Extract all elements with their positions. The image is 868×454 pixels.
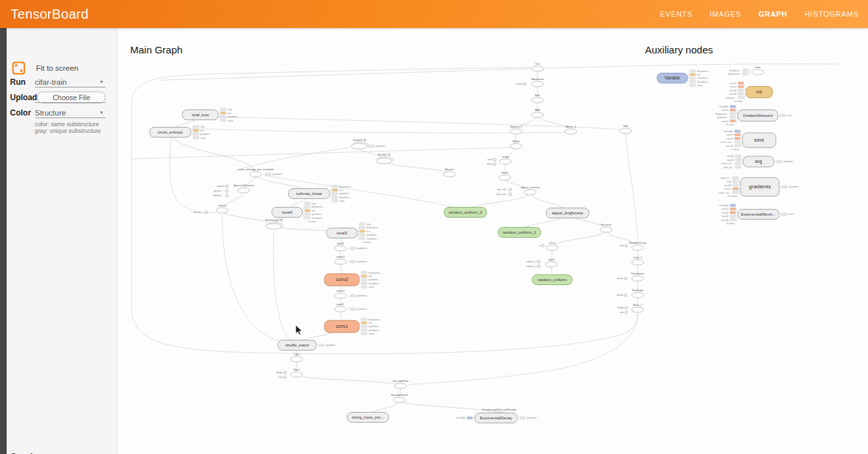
svg-text:init: init	[312, 209, 316, 212]
svg-text:pool1: pool1	[337, 302, 345, 306]
tab-images[interactable]: IMAGES	[710, 10, 741, 18]
graph-node-c_delta[interactable]: delta	[487, 163, 496, 166]
svg-text:Variable: Variable	[456, 416, 465, 419]
graph-node-gd[interactable]: GradientDescent	[738, 110, 778, 122]
graph-node-c_maxv[interactable]: max_val...	[496, 193, 511, 196]
graph-node-adjc[interactable]: adjust_contrast	[520, 186, 540, 195]
graph-node-l3[interactable]: local3	[327, 228, 357, 238]
svg-text:Exponent...: Exponent...	[312, 205, 325, 208]
graph-node-ru[interactable]: random_uniform	[532, 275, 572, 285]
graph-node-c_v2[interactable]: values_2	[526, 265, 540, 268]
run-select[interactable]: cifar-train	[35, 78, 67, 86]
graph-node-rank12[interactable]: Rank[1-2]	[376, 153, 393, 164]
graph-node-add[interactable]: Add	[531, 108, 544, 118]
graph-node-std[interactable]: SparseToDense	[234, 184, 254, 193]
graph-node-conv1[interactable]: conv1	[324, 320, 359, 332]
graph-node-c_const[interactable]: Const	[516, 83, 526, 85]
graph-node-rank[interactable]: Rank	[499, 171, 511, 180]
svg-text:sparse_...: sparse_...	[214, 190, 225, 192]
graph-node-transpose[interactable]: Transpose	[631, 272, 645, 281]
graph-node-l4[interactable]: local4	[272, 208, 302, 218]
sidebar-scrollbar[interactable]	[0, 28, 7, 454]
graph-node-pool1[interactable]: pool1	[335, 302, 347, 312]
graph-node-sub[interactable]: Sub	[620, 124, 632, 134]
graph-node-ru2[interactable]: random_uniform_2	[444, 208, 487, 218]
graph-node-c_minv[interactable]: min_val...	[497, 188, 511, 191]
graph-node-mean1[interactable]: Mean_1	[565, 125, 577, 134]
graph-node-c_v1[interactable]: values_1	[526, 260, 540, 263]
svg-text:DecodeRaw: DecodeRaw	[393, 379, 409, 383]
graph-node-c_y[interactable]: y	[539, 244, 544, 247]
upload-label: Upload	[10, 93, 37, 102]
graph-node-adjb[interactable]: adjust_brightness	[546, 208, 589, 218]
graph-node-maximum[interactable]: Maximum	[531, 77, 544, 87]
graph-node-norm1[interactable]: norm1	[335, 289, 347, 298]
svg-text:softmax_linear: softmax_linear	[296, 192, 322, 196]
graph-node-train[interactable]: train	[752, 65, 764, 75]
graph-node-slice1[interactable]: Slice_1	[632, 303, 644, 312]
graph-node-reverse[interactable]: Reverse	[600, 223, 612, 232]
svg-text:Cast_1: Cast_1	[633, 256, 642, 259]
graph-node-rcrop[interactable]: RandomCrop	[629, 241, 646, 250]
tab-histograms[interactable]: HISTOGRAMS	[805, 10, 859, 18]
graph-node-c_beg1[interactable]: begin	[618, 306, 628, 309]
color-select[interactable]: Structure	[35, 109, 66, 117]
tab-events[interactable]: EVENTS	[660, 10, 692, 18]
graph-node-avg[interactable]: avg	[743, 156, 774, 167]
graph-node-cast1[interactable]: Cast_1	[632, 256, 644, 265]
svg-text:gradient...: gradient...	[339, 192, 351, 195]
graph-node-range13[interactable]: range[1-3]	[351, 138, 369, 149]
graph-node-sb[interactable]: shuffle_batch	[278, 340, 316, 351]
graph-node-c_beg[interactable]: begin	[276, 371, 286, 374]
graph-node-range[interactable]: range	[499, 155, 511, 164]
graph-node-init[interactable]: init	[746, 87, 773, 98]
graph-node-c_cc[interactable]: concat_...	[193, 211, 208, 214]
svg-text:Reverse: Reverse	[601, 223, 612, 226]
graph-node-sqrt[interactable]: Sqrt	[531, 93, 544, 103]
graph-node-sip[interactable]: string_input_pro...	[347, 413, 389, 423]
graph-node-rread[interactable]: ReaderRead	[391, 393, 408, 403]
graph-node-conv2[interactable]: conv2	[324, 274, 359, 286]
graph-node-less[interactable]: Less	[546, 241, 558, 250]
svg-text:range[1-3]: range[1-3]	[353, 138, 366, 142]
svg-text:cross_en...: cross_en...	[718, 191, 731, 194]
graph-node-pool2[interactable]: pool2	[335, 242, 347, 251]
graph-node-ce[interactable]: cross_entropy	[150, 128, 191, 138]
graph-node-c_spv[interactable]: sparse_...	[214, 190, 228, 192]
svg-text:conv1: conv1	[722, 207, 728, 210]
graph-node-reshape[interactable]: Reshape	[632, 288, 644, 298]
graph-node-sml[interactable]: softmax_linear	[288, 189, 330, 199]
graph-node-div[interactable]: Div	[531, 62, 544, 71]
graph-node-norm2[interactable]: norm2	[335, 255, 347, 264]
graph-node-tl[interactable]: total_loss	[182, 110, 218, 120]
graph-node-variable[interactable]: Variable	[657, 73, 688, 83]
graph-node-c_shape[interactable]: shape	[616, 294, 627, 296]
graph-node-grads[interactable]: gradients	[740, 178, 779, 196]
graph-node-c_start[interactable]: start	[487, 158, 496, 161]
tab-graph[interactable]: GRAPH	[758, 10, 787, 18]
svg-text:Exponent...: Exponent...	[697, 69, 710, 73]
graph-node-c_sz1[interactable]: size	[620, 311, 628, 314]
graph-node-square[interactable]: Square	[443, 168, 455, 177]
graph-node-concat[interactable]: concat	[216, 204, 228, 213]
graph-node-slice[interactable]: Slice	[290, 368, 302, 377]
graph-node-mean[interactable]: Mean	[510, 140, 522, 149]
graph-node-c_perm[interactable]: perm	[618, 277, 627, 280]
graph-node-ru1[interactable]: random_uniform_1	[498, 228, 541, 238]
graph-node-expdec[interactable]: ExponentialDecay	[475, 413, 517, 423]
graph-node-c_size[interactable]: size	[620, 244, 628, 247]
svg-text:Maximum: Maximum	[531, 77, 544, 81]
svg-text:...1 more: ...1 more	[306, 220, 316, 223]
fit-to-screen-button[interactable]: Fit to screen	[12, 61, 78, 75]
graph-node-c_sz[interactable]: size	[278, 376, 286, 379]
graph-node-pack[interactable]: pack	[546, 258, 558, 267]
graph-node-cast[interactable]: Cast	[290, 353, 302, 362]
graph-node-save[interactable]: save	[742, 133, 776, 148]
graph-node-sq1[interactable]: Square_1	[510, 125, 523, 134]
graph-node-c_def[interactable]: default_...	[214, 194, 228, 197]
svg-text:perm: perm	[618, 277, 624, 280]
svg-text:Mean_1: Mean_1	[566, 125, 576, 128]
graph-node-c_ind[interactable]: indices	[217, 185, 228, 188]
graph-node-ema[interactable]: ExponentialMovin...	[738, 210, 779, 220]
graph-node-resh13[interactable]: Reshape[1-3]	[265, 218, 283, 229]
